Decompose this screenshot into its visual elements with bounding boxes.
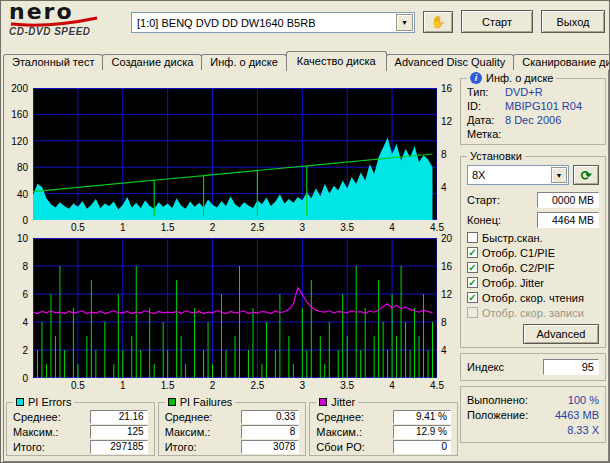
tick-label: 200 — [11, 83, 28, 94]
tick-label: 4 — [389, 222, 395, 233]
top-chart-left-axis: 20016012080400 — [6, 88, 31, 220]
tab-advanced-disc-quality[interactable]: Advanced Disc Quality — [386, 54, 515, 70]
tick-label: 0 — [22, 373, 28, 384]
checkbox-label: Быстр.скан. — [482, 232, 543, 244]
end-field-label: Конец: — [467, 214, 537, 226]
tick-label: 4 — [441, 182, 447, 193]
stat-value: 21.16 — [90, 410, 148, 424]
tab-disc-quality[interactable]: Качество диска — [286, 51, 387, 71]
checkbox-label: Отобр. C1/PIE — [482, 247, 555, 259]
stat-label: Среднее: — [13, 411, 90, 423]
checkbox-box[interactable]: ✓ — [467, 262, 478, 273]
checkbox-show-c1-pie[interactable]: ✓Отобр. C1/PIE — [467, 245, 599, 260]
tab-disc-info[interactable]: Инф. о диске — [201, 54, 286, 70]
tick-label: 10 — [17, 233, 28, 244]
stat-value: 125 — [90, 425, 148, 439]
nero-logo: nero CD-DVD SPEED — [9, 2, 125, 46]
drive-selector-value: [1:0] BENQ DVD DD DW1640 B5RB — [132, 17, 395, 29]
start-button[interactable]: Старт — [461, 10, 533, 33]
refresh-icon: ⟳ — [581, 168, 592, 183]
progress-box: Выполнено:100 % Положение:4463 MB 8.33 X — [460, 386, 606, 443]
checkbox-quick-scan[interactable]: Быстр.скан. — [467, 230, 599, 245]
start-field-label: Старт: — [467, 194, 537, 206]
jitter-swatch-icon — [319, 398, 327, 406]
advanced-button[interactable]: Advanced — [523, 324, 599, 344]
refresh-button[interactable]: ⟳ — [573, 165, 599, 185]
tick-label: 12 — [441, 116, 452, 127]
top-chart-x-axis: 0.511.522.533.544.5 — [33, 222, 439, 233]
tick-label: 2 — [210, 380, 216, 391]
tick-label: 1.5 — [161, 222, 175, 233]
tab-scan-disc[interactable]: Сканирование диска — [513, 54, 610, 70]
checkbox-show-c2-pif[interactable]: ✓Отобр. C2/PIF — [467, 260, 599, 275]
tick-label: 2.5 — [250, 222, 264, 233]
disc-info-title: Инф. о диске — [486, 72, 553, 84]
jitter-stats-box: Jitter Среднее:9.41 % Максим.:12.9 % Сбо… — [309, 396, 458, 456]
start-field[interactable]: 0000 MB — [537, 192, 599, 208]
checkbox-box[interactable] — [467, 232, 478, 243]
tick-label: 8 — [22, 261, 28, 272]
checkbox-label: Отобр. скор. записи — [482, 307, 584, 319]
tick-label: 1 — [120, 222, 126, 233]
pi-errors-swatch-icon — [16, 398, 24, 406]
tick-label: 2 — [210, 222, 216, 233]
stats-title: PI Failures — [180, 396, 233, 408]
tick-label: 3.5 — [340, 380, 354, 391]
tab-benchmark[interactable]: Эталонный тест — [3, 54, 103, 70]
tick-label: 4 — [389, 380, 395, 391]
tick-label: 160 — [11, 109, 28, 120]
position-value: 4463 MB — [555, 409, 599, 421]
checkbox-box[interactable]: ✓ — [467, 277, 478, 288]
tick-label: 16 — [441, 83, 452, 94]
tick-label: 120 — [11, 136, 28, 147]
stat-value: 8 — [241, 425, 299, 439]
bottom-chart-x-axis: 0.511.522.533.544.5 — [33, 380, 439, 391]
tick-label: 40 — [17, 189, 28, 200]
pi-errors-stats-box: PI Errors Среднее:21.16 Максим.:125 Итог… — [6, 396, 155, 456]
checkbox-label: Отобр. скор. чтения — [482, 292, 584, 304]
checkbox-show-write-speed: Отобр. скор. записи — [467, 305, 599, 320]
checkbox-box[interactable]: ✓ — [467, 292, 478, 303]
hand-tool-button[interactable]: ✋ — [423, 11, 453, 33]
stats-title: Jitter — [331, 396, 355, 408]
checkbox-label: Отобр. C2/PIF — [482, 262, 554, 274]
charts-area: 20016012080400 161284 0.511.522.533.544.… — [6, 72, 458, 458]
chevron-down-icon[interactable]: ▼ — [396, 14, 413, 31]
tick-label: 20 — [441, 233, 452, 244]
top-chart-right-axis: 161284 — [439, 88, 458, 220]
pi-failures-chart — [33, 238, 437, 378]
tick-label: 4 — [441, 345, 447, 356]
disc-info-box: iИнф. о диске Тип:DVD+R ID:MBIPG101 R04 … — [460, 72, 606, 145]
header-bar: nero CD-DVD SPEED [1:0] BENQ DVD DD DW16… — [1, 1, 609, 47]
tick-label: 2 — [22, 345, 28, 356]
info-icon: i — [470, 72, 482, 84]
stat-value: 12.9 % — [393, 425, 451, 439]
stats-title: PI Errors — [28, 396, 71, 408]
drive-selector[interactable]: [1:0] BENQ DVD DD DW1640 B5RB ▼ — [131, 12, 415, 33]
tick-label: 3.5 — [340, 222, 354, 233]
chevron-down-icon[interactable]: ▼ — [551, 167, 567, 183]
disc-info-label: Дата: — [467, 114, 505, 126]
speed-select[interactable]: 8X ▼ — [467, 165, 569, 185]
speed-readout-value: 8.33 X — [567, 424, 599, 436]
tick-label: 3 — [300, 222, 306, 233]
tab-create-disc[interactable]: Создание диска — [102, 54, 202, 70]
exit-button[interactable]: Выход — [541, 10, 605, 33]
checkbox-show-jitter[interactable]: ✓Отобр. Jitter — [467, 275, 599, 290]
tick-label: 1 — [120, 380, 126, 391]
checkbox-show-read-speed[interactable]: ✓Отобр. скор. чтения — [467, 290, 599, 305]
pi-failures-swatch-icon — [168, 398, 176, 406]
disc-info-label: Метка: — [467, 128, 505, 140]
logo-subtext: CD-DVD SPEED — [9, 26, 125, 37]
logo-swoosh-icon — [9, 15, 101, 27]
checkbox-box[interactable]: ✓ — [467, 247, 478, 258]
tick-label: 80 — [17, 162, 28, 173]
speed-select-value: 8X — [468, 169, 550, 181]
settings-title: Установки — [470, 150, 522, 162]
tick-label: 4.5 — [430, 380, 444, 391]
stat-label: Сбои PO: — [316, 441, 393, 453]
end-field[interactable]: 4464 MB — [537, 212, 599, 228]
tick-label: 1.5 — [161, 380, 175, 391]
stat-label: Максим.: — [165, 426, 242, 438]
tick-label: 8 — [441, 317, 447, 328]
